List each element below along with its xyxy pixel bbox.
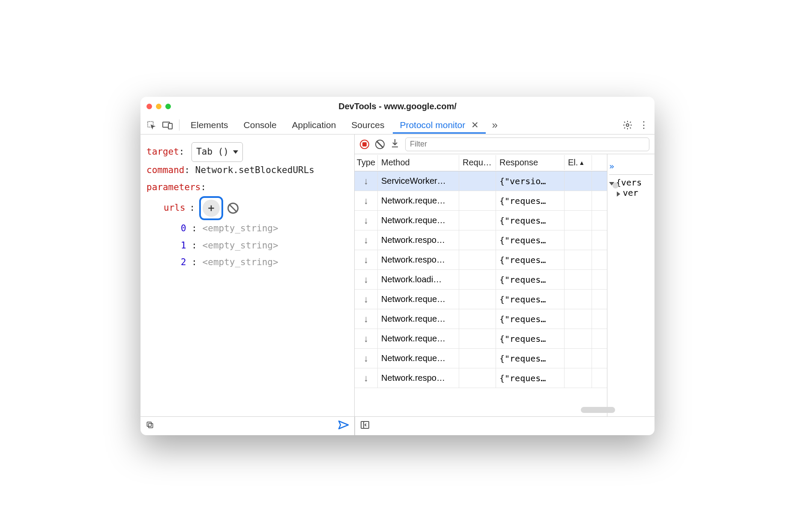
table-row[interactable]: ↓Network.reque…{"reques… [355, 290, 607, 309]
arrow-down-icon: ↓ [364, 314, 368, 325]
table-row[interactable]: ↓Network.respo…{"reques… [355, 368, 607, 388]
cell-response: {"reques… [496, 309, 565, 329]
cell-response: {"reques… [496, 290, 565, 309]
protocol-grid[interactable]: Type Method Requ… Response El.▲ ↓Service… [355, 154, 607, 416]
more-tabs-icon[interactable]: » [487, 118, 502, 132]
clear-urls-button[interactable] [227, 203, 239, 214]
cell-response: {"reques… [496, 329, 565, 348]
table-row[interactable]: ↓Network.reque…{"reques… [355, 349, 607, 368]
clear-log-button[interactable] [375, 140, 385, 149]
cell-request [459, 290, 496, 309]
kebab-menu-icon[interactable]: ⋮ [637, 118, 651, 132]
detail-child[interactable]: ver [609, 188, 653, 198]
arrow-down-icon: ↓ [364, 215, 368, 226]
tabbar: Elements Console Application Sources Pro… [140, 116, 655, 134]
url-item[interactable]: 0 : <empty_string> [146, 220, 348, 237]
target-select[interactable]: Tab () [191, 142, 243, 162]
copy-icon[interactable] [146, 421, 154, 432]
download-icon[interactable] [391, 138, 399, 150]
cell-method: Network.respo… [378, 230, 459, 250]
cell-method: Network.reque… [378, 329, 459, 348]
cell-method: Network.reque… [378, 309, 459, 329]
filter-input[interactable] [405, 137, 649, 151]
table-row[interactable]: ↓Network.reque…{"reques… [355, 329, 607, 349]
h-scrollbar[interactable] [581, 407, 615, 413]
tab-console[interactable]: Console [237, 117, 284, 134]
tab-label: Protocol monitor [400, 120, 465, 130]
col-response[interactable]: Response [496, 155, 565, 170]
device-toolbar-icon[interactable] [160, 118, 175, 132]
col-type[interactable]: Type [355, 155, 378, 170]
arrow-down-icon: ↓ [364, 333, 368, 344]
settings-icon[interactable] [620, 118, 635, 132]
table-row[interactable]: ↓Network.reque…{"reques… [355, 211, 607, 230]
cell-elapsed [565, 230, 592, 250]
cell-response: {"versio… [496, 171, 565, 191]
target-label: target [146, 146, 179, 157]
cell-request [459, 349, 496, 368]
cell-request [459, 270, 496, 289]
v-scroll-indicator[interactable] [613, 182, 619, 188]
url-item[interactable]: 1 : <empty_string> [146, 237, 348, 254]
col-method[interactable]: Method [378, 155, 459, 170]
url-item[interactable]: 2 : <empty_string> [146, 254, 348, 271]
col-request[interactable]: Requ… [459, 155, 496, 170]
cell-elapsed [565, 211, 592, 230]
parameters-label: parameters [146, 182, 200, 192]
cell-elapsed [565, 309, 592, 329]
arrow-down-icon: ↓ [364, 235, 368, 246]
table-row[interactable]: ↓Network.loadi…{"reques… [355, 270, 607, 290]
toggle-sidebar-icon[interactable] [360, 421, 370, 432]
tab-elements[interactable]: Elements [184, 117, 235, 134]
record-button[interactable] [360, 140, 369, 149]
add-url-button[interactable]: ＋ [203, 200, 220, 217]
tab-sources[interactable]: Sources [344, 117, 391, 134]
table-row[interactable]: ↓Network.respo…{"reques… [355, 250, 607, 270]
cell-request [459, 191, 496, 210]
cell-method: Network.respo… [378, 368, 459, 388]
inspect-icon[interactable] [144, 118, 158, 132]
col-elapsed[interactable]: El.▲ [565, 155, 592, 170]
cell-method: Network.reque… [378, 290, 459, 309]
table-row[interactable]: ↓Network.reque…{"reques… [355, 309, 607, 329]
urls-label: urls [164, 200, 185, 217]
cell-method: Network.loadi… [378, 270, 459, 289]
command-editor: target: Tab () command: Network.setBlock… [140, 134, 354, 416]
cell-request [459, 171, 496, 191]
table-row[interactable]: ↓Network.respo…{"reques… [355, 230, 607, 250]
cell-elapsed [565, 349, 592, 368]
arrow-down-icon: ↓ [364, 274, 368, 285]
send-command-button[interactable] [338, 420, 349, 432]
cell-response: {"reques… [496, 270, 565, 289]
table-row[interactable]: ↓ServiceWorker…{"versio… [355, 171, 607, 191]
more-detail-tabs-icon[interactable]: » [609, 161, 614, 171]
cell-request [459, 368, 496, 388]
command-value[interactable]: Network.setBlockedURLs [195, 165, 314, 175]
svg-rect-4 [149, 423, 153, 427]
detail-pane[interactable]: » {vers ver [607, 154, 655, 416]
arrow-down-icon: ↓ [364, 254, 368, 266]
cell-method: Network.reque… [378, 191, 459, 210]
arrow-down-icon: ↓ [364, 176, 368, 187]
cell-request [459, 309, 496, 329]
close-tab-icon[interactable]: ✕ [471, 120, 479, 130]
grid-header: Type Method Requ… Response El.▲ [355, 154, 607, 171]
cell-elapsed [565, 191, 592, 210]
window-title: DevTools - www.google.com/ [140, 102, 655, 111]
tab-application[interactable]: Application [285, 117, 343, 134]
cell-elapsed [565, 250, 592, 269]
cell-elapsed [565, 171, 592, 191]
tab-protocol-monitor[interactable]: Protocol monitor ✕ [393, 117, 486, 134]
cell-request [459, 250, 496, 269]
table-row[interactable]: ↓Network.reque…{"reques… [355, 191, 607, 211]
cell-method: Network.reque… [378, 211, 459, 230]
cell-elapsed [565, 290, 592, 309]
cell-request [459, 211, 496, 230]
svg-rect-2 [168, 123, 172, 129]
chevron-down-icon [233, 150, 238, 154]
cell-elapsed [565, 368, 592, 388]
arrow-down-icon: ↓ [364, 294, 368, 305]
arrow-down-icon: ↓ [364, 353, 368, 364]
cell-response: {"reques… [496, 250, 565, 269]
cell-response: {"reques… [496, 211, 565, 230]
